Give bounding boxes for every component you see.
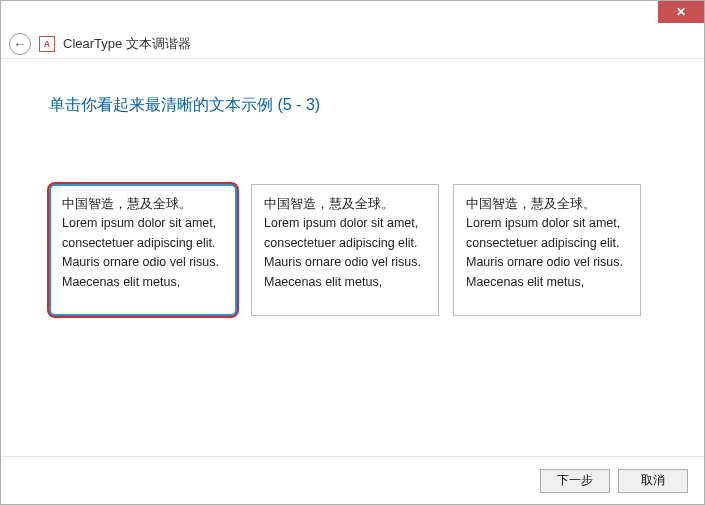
app-icon: A bbox=[39, 36, 55, 52]
window-frame: ✕ ← A ClearType 文本调谐器 单击你看起来最清晰的文本示例 (5 … bbox=[0, 0, 705, 505]
sample-body: Lorem ipsum dolor sit amet, consectetuer… bbox=[264, 214, 426, 292]
sample-cn: 中国智造，慧及全球。 bbox=[264, 195, 426, 214]
back-icon: ← bbox=[13, 36, 27, 52]
page-heading: 单击你看起来最清晰的文本示例 (5 - 3) bbox=[49, 95, 656, 116]
footer-bar: 下一步 取消 bbox=[1, 456, 704, 504]
header-row: ← A ClearType 文本调谐器 bbox=[1, 29, 704, 59]
sample-cn: 中国智造，慧及全球。 bbox=[62, 195, 224, 214]
sample-body: Lorem ipsum dolor sit amet, consectetuer… bbox=[62, 214, 224, 292]
close-icon: ✕ bbox=[676, 5, 686, 19]
text-sample-2[interactable]: 中国智造，慧及全球。 Lorem ipsum dolor sit amet, c… bbox=[251, 184, 439, 316]
back-button[interactable]: ← bbox=[9, 33, 31, 55]
sample-body: Lorem ipsum dolor sit amet, consectetuer… bbox=[466, 214, 628, 292]
next-button[interactable]: 下一步 bbox=[540, 469, 610, 493]
close-button[interactable]: ✕ bbox=[658, 1, 704, 23]
samples-row: 中国智造，慧及全球。 Lorem ipsum dolor sit amet, c… bbox=[49, 184, 656, 316]
text-sample-1[interactable]: 中国智造，慧及全球。 Lorem ipsum dolor sit amet, c… bbox=[49, 184, 237, 316]
content-area: 单击你看起来最清晰的文本示例 (5 - 3) 中国智造，慧及全球。 Lorem … bbox=[1, 59, 704, 456]
cancel-button[interactable]: 取消 bbox=[618, 469, 688, 493]
app-title: ClearType 文本调谐器 bbox=[63, 35, 191, 53]
text-sample-3[interactable]: 中国智造，慧及全球。 Lorem ipsum dolor sit amet, c… bbox=[453, 184, 641, 316]
sample-cn: 中国智造，慧及全球。 bbox=[466, 195, 628, 214]
app-icon-glyph: A bbox=[44, 39, 51, 49]
titlebar: ✕ bbox=[1, 1, 704, 29]
